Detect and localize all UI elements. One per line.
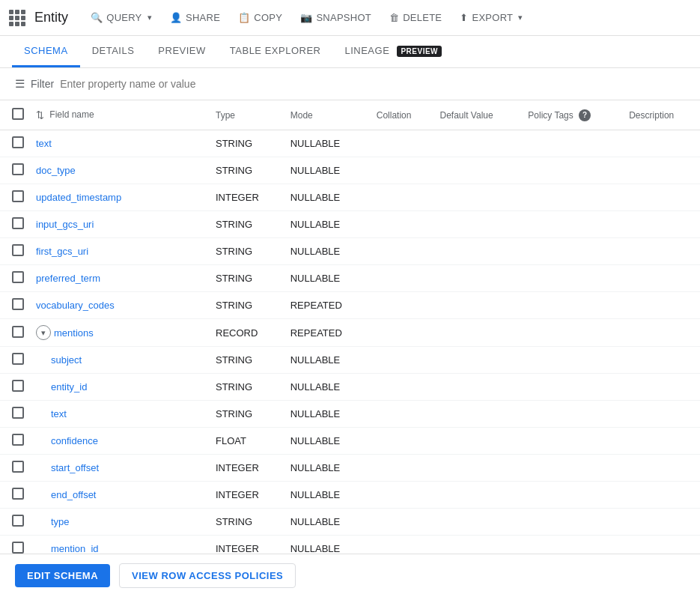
header-policy-tags: Policy Tags ? bbox=[522, 100, 623, 130]
row-checkbox[interactable] bbox=[12, 488, 24, 500]
field-mode: NULLABLE bbox=[284, 157, 371, 184]
field-type: STRING bbox=[210, 130, 284, 157]
top-bar: Entity 🔍 QUERY 👤 SHARE 📋 COPY 📷 SNAPSHOT… bbox=[0, 0, 700, 36]
field-policy-tags bbox=[522, 455, 623, 482]
tab-lineage[interactable]: LINEAGE PREVIEW bbox=[332, 36, 454, 67]
field-default-value bbox=[433, 374, 522, 401]
expand-button[interactable]: ▾ bbox=[36, 325, 51, 340]
field-name-link[interactable]: text bbox=[51, 408, 67, 419]
row-checkbox[interactable] bbox=[12, 407, 24, 419]
field-default-value bbox=[433, 157, 522, 184]
field-collation bbox=[371, 184, 434, 211]
table-row: entity_idSTRINGNULLABLE bbox=[0, 374, 700, 401]
view-row-access-button[interactable]: VIEW ROW ACCESS POLICIES bbox=[119, 563, 296, 588]
query-button[interactable]: 🔍 QUERY bbox=[83, 7, 159, 28]
header-field-name: Field name bbox=[30, 100, 210, 130]
row-checkbox[interactable] bbox=[12, 163, 24, 175]
field-name-link[interactable]: confidence bbox=[51, 435, 98, 446]
row-checkbox[interactable] bbox=[12, 434, 24, 446]
row-checkbox[interactable] bbox=[12, 515, 24, 527]
field-name-link[interactable]: vocabulary_codes bbox=[36, 300, 115, 311]
field-mode: NULLABLE bbox=[284, 374, 371, 401]
field-collation bbox=[371, 482, 434, 509]
field-policy-tags bbox=[522, 157, 623, 184]
share-button[interactable]: 👤 SHARE bbox=[162, 7, 228, 28]
delete-button[interactable]: 🗑 DELETE bbox=[382, 7, 449, 28]
tab-table-explorer[interactable]: TABLE EXPLORER bbox=[218, 36, 333, 67]
row-checkbox[interactable] bbox=[12, 298, 24, 310]
table-row: first_gcs_uriSTRINGNULLABLE bbox=[0, 238, 700, 265]
row-checkbox[interactable] bbox=[12, 380, 24, 392]
field-mode: NULLABLE bbox=[284, 509, 371, 536]
row-checkbox[interactable] bbox=[12, 326, 24, 338]
field-mode: NULLABLE bbox=[284, 211, 371, 238]
copy-icon: 📋 bbox=[238, 12, 250, 23]
field-name-link[interactable]: mention_id bbox=[51, 543, 99, 554]
field-collation bbox=[371, 265, 434, 292]
header-collation: Collation bbox=[371, 100, 434, 130]
policy-tags-help-icon[interactable]: ? bbox=[579, 109, 591, 121]
row-checkbox[interactable] bbox=[12, 244, 24, 256]
table-row: start_offsetINTEGERNULLABLE bbox=[0, 455, 700, 482]
field-type: INTEGER bbox=[210, 184, 284, 211]
field-name-link[interactable]: subject bbox=[51, 354, 82, 366]
field-policy-tags bbox=[522, 265, 623, 292]
field-mode: REPEATED bbox=[284, 319, 371, 347]
field-name-link[interactable]: text bbox=[36, 138, 52, 149]
field-description bbox=[623, 455, 700, 482]
sort-icon[interactable] bbox=[36, 109, 44, 121]
field-policy-tags bbox=[522, 292, 623, 319]
tab-details[interactable]: DETAILS bbox=[80, 36, 147, 67]
filter-icon: ☰ bbox=[15, 77, 25, 91]
field-default-value bbox=[433, 184, 522, 211]
copy-button[interactable]: 📋 COPY bbox=[231, 7, 290, 28]
field-description bbox=[623, 482, 700, 509]
snapshot-button[interactable]: 📷 SNAPSHOT bbox=[293, 7, 379, 28]
field-name-link[interactable]: preferred_term bbox=[36, 273, 100, 284]
field-name-link[interactable]: start_offset bbox=[51, 462, 99, 473]
field-type: STRING bbox=[210, 265, 284, 292]
field-name-link[interactable]: first_gcs_uri bbox=[36, 246, 88, 257]
field-name-link[interactable]: updated_timestamp bbox=[36, 192, 121, 203]
field-name-link[interactable]: entity_id bbox=[51, 381, 87, 393]
field-mode: NULLABLE bbox=[284, 401, 371, 428]
row-checkbox[interactable] bbox=[12, 217, 24, 229]
edit-schema-button[interactable]: EDIT SCHEMA bbox=[15, 564, 110, 587]
field-collation bbox=[371, 157, 434, 184]
field-name-link[interactable]: type bbox=[51, 516, 70, 527]
field-name-link[interactable]: mentions bbox=[54, 327, 94, 339]
field-mode: NULLABLE bbox=[284, 130, 371, 157]
field-type: RECORD bbox=[210, 319, 284, 347]
field-collation bbox=[371, 319, 434, 347]
field-name-link[interactable]: doc_type bbox=[36, 165, 76, 176]
field-collation bbox=[371, 292, 434, 319]
row-checkbox[interactable] bbox=[12, 136, 24, 148]
export-icon: ⬆ bbox=[460, 12, 468, 23]
field-name-link[interactable]: end_offset bbox=[51, 489, 96, 500]
field-default-value bbox=[433, 347, 522, 374]
field-type: INTEGER bbox=[210, 482, 284, 509]
table-row: vocabulary_codesSTRINGREPEATED bbox=[0, 292, 700, 319]
tab-schema[interactable]: SCHEMA bbox=[12, 36, 80, 67]
row-checkbox[interactable] bbox=[12, 190, 24, 202]
field-description bbox=[623, 347, 700, 374]
header-description: Description bbox=[623, 100, 700, 130]
row-checkbox[interactable] bbox=[12, 542, 24, 554]
row-checkbox[interactable] bbox=[12, 461, 24, 473]
field-policy-tags bbox=[522, 347, 623, 374]
select-all-checkbox[interactable] bbox=[12, 108, 24, 120]
field-name-link[interactable]: input_gcs_uri bbox=[36, 219, 94, 230]
field-description bbox=[623, 509, 700, 536]
table-row: ▾mentionsRECORDREPEATED bbox=[0, 319, 700, 347]
row-checkbox[interactable] bbox=[12, 353, 24, 365]
table-row: end_offsetINTEGERNULLABLE bbox=[0, 482, 700, 509]
filter-input[interactable] bbox=[60, 78, 685, 90]
export-button[interactable]: ⬆ EXPORT bbox=[452, 7, 530, 28]
row-checkbox[interactable] bbox=[12, 271, 24, 283]
field-default-value bbox=[433, 265, 522, 292]
tab-preview[interactable]: PREVIEW bbox=[146, 36, 217, 67]
schema-table-container: Field name Type Mode Collation Default V… bbox=[0, 100, 700, 574]
field-mode: NULLABLE bbox=[284, 428, 371, 455]
field-mode: NULLABLE bbox=[284, 482, 371, 509]
table-row: doc_typeSTRINGNULLABLE bbox=[0, 157, 700, 184]
